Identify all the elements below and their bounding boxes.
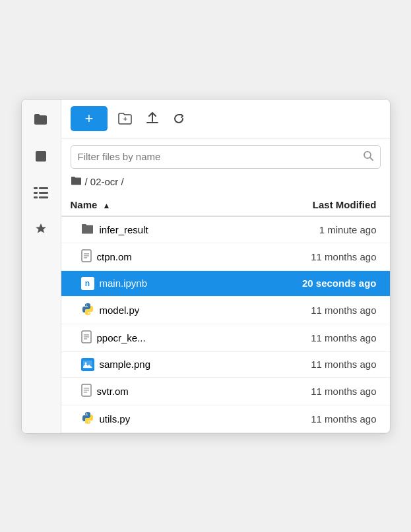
toolbar: + + [61, 100, 390, 138]
file-name-cell: model.py [61, 296, 228, 324]
file-type-icon [81, 358, 94, 371]
refresh-button[interactable] [170, 109, 188, 128]
file-name-label: model.py [100, 305, 140, 316]
sidebar-icon-list[interactable] [29, 181, 53, 205]
file-type-icon [81, 384, 92, 399]
svg-rect-1 [34, 187, 38, 189]
table-row[interactable]: ppocr_ke...11 months ago [61, 324, 390, 351]
svg-rect-6 [39, 196, 48, 198]
upload-button[interactable] [143, 109, 162, 128]
breadcrumb: / 02-ocr / [61, 173, 390, 194]
file-name-cell: nmain.ipynb [61, 270, 228, 296]
table-row[interactable]: model.py11 months ago [61, 296, 390, 324]
table-row[interactable]: nmain.ipynb20 seconds ago [61, 270, 390, 296]
main-panel: + + [61, 100, 390, 433]
file-modified-label: 11 months ago [227, 324, 389, 351]
col-modified-header: Last Modified [227, 194, 389, 216]
file-modified-label: 11 months ago [227, 377, 389, 405]
svg-rect-2 [39, 187, 48, 189]
file-modified-label: 11 months ago [227, 296, 389, 324]
search-input[interactable] [78, 151, 363, 162]
file-type-icon [81, 411, 94, 427]
file-name-cell: ppocr_ke... [61, 324, 228, 351]
col-name-header[interactable]: Name ▲ [61, 194, 228, 216]
svg-line-9 [370, 158, 373, 160]
file-type-icon [81, 249, 92, 264]
file-type-icon [81, 223, 94, 237]
sort-arrow-icon: ▲ [103, 201, 111, 210]
notebook-icon: n [81, 277, 94, 290]
table-row[interactable]: utils.py11 months ago [61, 405, 390, 432]
breadcrumb-path: / 02-ocr / [85, 176, 124, 187]
file-name-cell: infer_result [61, 216, 228, 243]
file-type-icon: n [81, 277, 94, 290]
file-type-icon [81, 330, 92, 345]
file-modified-label: 20 seconds ago [227, 270, 389, 296]
search-bar[interactable] [71, 145, 381, 169]
sidebar-icon-stop[interactable] [29, 144, 53, 168]
file-name-label: main.ipynb [100, 278, 148, 289]
table-row[interactable]: infer_result1 minute ago [61, 216, 390, 243]
file-table: Name ▲ Last Modified infer_result1 minut… [61, 194, 390, 433]
file-modified-label: 1 minute ago [227, 216, 389, 243]
table-row[interactable]: sample.png11 months ago [61, 351, 390, 377]
file-type-icon [81, 303, 94, 318]
svg-rect-4 [39, 192, 48, 194]
table-header-row: Name ▲ Last Modified [61, 194, 390, 216]
file-modified-dot [71, 281, 76, 286]
table-row[interactable]: ctpn.om11 months ago [61, 243, 390, 270]
svg-text:+: + [123, 115, 127, 123]
sidebar-icon-extensions[interactable] [29, 218, 53, 242]
search-icon [363, 150, 373, 163]
file-name-label: utils.py [100, 413, 131, 425]
file-name-label: ctpn.om [97, 251, 132, 262]
sidebar-icon-folder[interactable] [29, 107, 53, 131]
file-name-cell: svtr.om [61, 377, 228, 405]
file-name-label: infer_result [100, 224, 148, 235]
file-name-cell: ctpn.om [61, 243, 228, 270]
file-browser-window: + + [21, 99, 391, 434]
svg-rect-3 [34, 192, 38, 194]
new-button[interactable]: + [71, 106, 108, 131]
file-modified-label: 11 months ago [227, 405, 389, 432]
sidebar [22, 100, 61, 433]
breadcrumb-folder-icon [71, 175, 82, 189]
table-row[interactable]: svtr.om11 months ago [61, 377, 390, 405]
file-modified-label: 11 months ago [227, 351, 389, 377]
file-name-cell: sample.png [61, 351, 228, 377]
file-name-label: sample.png [100, 359, 151, 370]
file-modified-label: 11 months ago [227, 243, 389, 270]
file-browser: / 02-ocr / Name ▲ Last Modified infer_re… [61, 138, 390, 433]
file-name-label: svtr.om [97, 386, 129, 397]
svg-rect-0 [36, 151, 46, 162]
new-folder-button[interactable]: + [115, 109, 135, 128]
image-icon [81, 358, 94, 371]
svg-rect-5 [34, 196, 38, 198]
file-name-label: ppocr_ke... [97, 332, 146, 343]
file-name-cell: utils.py [61, 405, 228, 432]
